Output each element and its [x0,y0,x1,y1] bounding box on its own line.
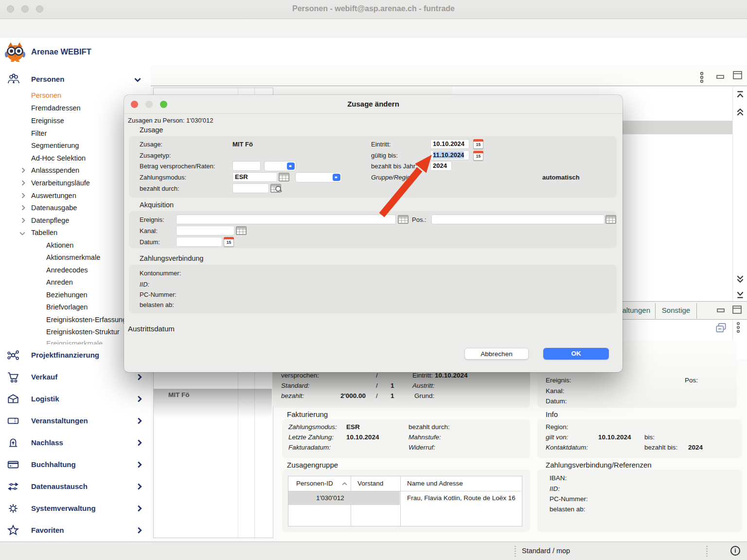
zusage-value: MIT Fö [232,141,253,148]
statusbar-grip[interactable] [706,546,708,557]
sidebar-item-label: Datenausgabe [31,202,77,214]
sidebar-group-label: Favoriten [31,522,64,539]
statusbar-grip[interactable] [515,546,516,557]
akquisition-section-heading: Akquisition [140,201,174,209]
zahlungsmodus-select[interactable] [295,172,342,182]
panel-maximize-button[interactable] [732,71,743,82]
zusage-section-heading: Zusage [140,126,163,134]
sidebar-group-veranstaltungen[interactable]: Veranstaltungen [0,412,146,430]
slash: / [376,372,378,379]
belasten-ab-label: belasten ab: [140,301,174,308]
gueltig-bis-input[interactable]: 11.10.2024 [430,150,469,160]
sidebar-item-label: Auswertungen [31,190,76,201]
lookup-table-icon[interactable] [236,226,247,235]
zusage-label: Zusage: [140,141,162,148]
kanal-label: Kanal: [140,227,158,235]
sidebar-group-systemverwaltung[interactable]: Systemverwaltung [0,500,146,517]
ereignis-label: Ereignis: [140,216,164,223]
panel-minimize-button[interactable] [716,73,726,82]
table-header-row: Personen-ID Vorstand Name und Adresse [288,476,521,491]
ereignis-input[interactable] [176,215,396,224]
stepper-icon [333,174,340,181]
cancel-button[interactable]: Abbrechen [464,348,529,360]
kontonummer-label: Kontonummer: [140,270,181,277]
zahlungsmodus-label: Zahlungsmodus: [140,174,186,181]
betrag-label: Betrag versprochen/Raten: [140,163,215,170]
lookup-table-icon[interactable] [279,173,289,181]
pos-input[interactable] [431,215,605,224]
bezahlt-bis-jahr-input[interactable]: 2024 [430,161,452,171]
sidebar-group-label: Logistik [31,390,59,408]
sidebar-group-buchhaltung[interactable]: Buchhaltung [0,456,146,473]
zusagengruppe-heading: Zusagengruppe [287,461,338,469]
sidebar-group-label: Veranstaltungen [31,412,88,430]
panel-kebab-icon[interactable] [735,321,741,335]
chevron-down-icon [19,231,25,236]
panel-maximize-icon[interactable] [732,305,743,315]
info-button[interactable]: i [730,546,740,556]
lookup-table-icon[interactable] [605,215,616,224]
calendar-icon[interactable]: 15 [473,151,483,161]
sidebar-group-datenaustausch[interactable]: Datenaustausch [0,478,146,495]
calendar-icon[interactable]: 15 [473,139,483,149]
eintritt-input[interactable]: 10.10.2024 [430,139,469,149]
sidebar-group-label: Verkauf [31,368,57,386]
bezahlt-value: 2'000.00 [340,392,366,399]
scroll-page-up-icon[interactable] [736,108,745,117]
austrittsdatum-label: Austrittsdatum [128,325,175,333]
panel-menu-button[interactable] [699,71,705,87]
bezahlt-label: bezahlt: [281,392,304,399]
sidebar-item-label: Briefvorlagen [46,301,88,313]
bezahlt-bis-value: 2024 [688,444,703,451]
zahlungsverbindung-section: Kontonummer: IID: PC-Nummer: belasten ab… [129,265,617,313]
bezahlt-durch-input[interactable] [232,183,269,193]
chevron-right-icon [136,374,143,380]
betrag-input[interactable] [232,161,261,171]
widerruf-label: Widerruf: [409,444,435,451]
info-icon: i [734,547,736,554]
column-header[interactable]: Vorstand [357,480,383,487]
column-header[interactable]: Name und Adresse [407,480,463,487]
eintritt-label: Eintritt: [371,141,391,148]
scroll-page-down-icon[interactable] [736,274,745,283]
layered-panels-icon[interactable] [715,322,728,334]
chevron-right-icon [136,527,143,534]
zusagengruppe-table[interactable]: Personen-ID Vorstand Name und Adresse 1'… [288,476,522,526]
referenzen-heading: Zahlungsverbindung/Referenzen [546,461,652,469]
shadow-gradient [154,389,272,418]
sidebar-group-verkauf[interactable]: Verkauf [0,368,146,386]
panel-minimize-icon[interactable] [716,307,726,313]
referenzen-panel: IBAN: IID: PC-Nummer: belasten ab: [537,470,742,532]
lookup-search-icon[interactable] [270,184,281,193]
tab-sonstige[interactable]: Sonstige [656,303,697,319]
zahlungsmodus-input[interactable]: ESR [232,172,277,182]
lookup-table-icon[interactable] [398,215,409,224]
sidebar-item-label: Segmentierung [31,140,79,151]
akquisition-datum-input[interactable] [176,237,222,247]
star-icon [7,524,19,543]
cart-icon [7,371,19,390]
sidebar-item-label: Anlassspenden [31,164,79,176]
sidebar-item-label: Personen [31,90,61,101]
eintritt-label: Eintritt: [412,372,433,379]
sidebar-group-personen[interactable]: Personen [0,72,146,87]
column-header[interactable]: Personen-ID [296,480,333,487]
scroll-bottom-icon[interactable] [736,291,745,299]
ok-button[interactable]: OK [543,348,609,360]
calendar-icon[interactable]: 15 [224,237,234,247]
scroll-top-icon[interactable] [736,90,745,98]
datum-label: Datum: [140,238,160,246]
gueltig-bis-label: gültig bis: [371,152,398,159]
sidebar-group-nachlass[interactable]: Nachlass [0,434,146,452]
raten-select[interactable] [264,161,296,171]
window-title: Personen - webift@asp.arenae.ch - funtra… [0,4,747,13]
table-row[interactable]: 1'030'012 Frau, Flavia Kotlin, Route de … [288,491,521,505]
sidebar-item-label: Datenpflege [31,215,69,226]
iid-label: IID: [550,485,560,492]
sidebar-group-favoriten[interactable]: Favoriten [0,522,146,539]
sidebar-group-logistik[interactable]: Logistik [0,390,146,408]
people-icon [7,73,20,88]
kanal-input[interactable] [176,226,234,235]
letzte-zahlung-value: 10.10.2024 [346,434,379,441]
chevron-right-icon [20,193,26,199]
